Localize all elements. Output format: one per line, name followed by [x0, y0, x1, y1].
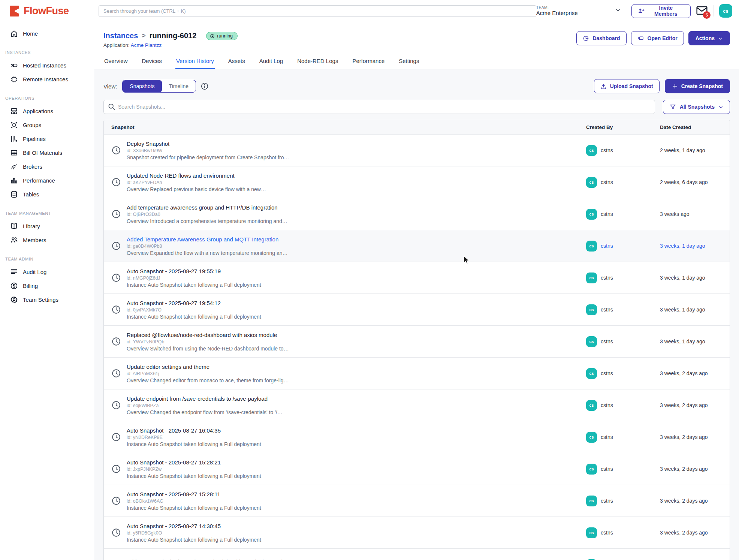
invite-members-button[interactable]: Invite Members: [631, 4, 691, 18]
table-row[interactable]: Add HTTP endpoint for saving credentials…: [104, 549, 730, 560]
tab-performance[interactable]: Performance: [352, 55, 385, 69]
snapshot-title[interactable]: Auto Snapshot - 2025-08-27 15:28:21: [127, 459, 261, 466]
open-editor-button[interactable]: Open Editor: [631, 31, 684, 45]
search-snapshots-input[interactable]: [103, 100, 655, 114]
snapshot-title[interactable]: Added Temperature Awareness Group and MQ…: [127, 236, 288, 243]
team-selector[interactable]: TEAM: Acme Enterprise: [536, 5, 621, 16]
sidebar-item-label: Remote Instances: [23, 76, 68, 82]
creator-avatar: cs: [586, 400, 597, 411]
tab-audit-log[interactable]: Audit Log: [259, 55, 284, 69]
pipelines-icon: [10, 135, 18, 143]
chevron-down-icon: [615, 7, 621, 14]
sidebar-item-home[interactable]: Home: [0, 27, 94, 40]
date-created: 3 weeks, 1 day ago: [660, 307, 730, 313]
sidebar-item-hosted-instances[interactable]: Hosted Instances: [0, 58, 94, 72]
dashboard-button[interactable]: Dashboard: [576, 31, 626, 45]
create-snapshot-label: Create Snapshot: [681, 83, 723, 89]
table-row[interactable]: Update editor settings and theme id: AlR…: [104, 358, 730, 389]
table-header-row: Snapshot Created By Date Created: [104, 120, 730, 135]
sidebar-item-bill-of-materials[interactable]: Bill Of Materials: [0, 146, 94, 160]
snapshot-title[interactable]: Deploy Snapshot: [127, 141, 289, 147]
user-avatar[interactable]: cs: [719, 4, 732, 18]
create-snapshot-button[interactable]: Create Snapshot: [665, 79, 730, 93]
snapshot-title[interactable]: Add HTTP endpoint for saving credentials…: [127, 559, 289, 560]
application-link[interactable]: Acme Plantzz: [131, 42, 162, 48]
snapshot-filter-dropdown[interactable]: All Snapshots: [663, 100, 730, 114]
snapshot-id: id: JxpPJNKPZw: [127, 467, 261, 472]
view-toggle-snapshots[interactable]: Snapshots: [123, 80, 162, 92]
sidebar-item-performance[interactable]: Performance: [0, 174, 94, 187]
table-row[interactable]: Auto Snapshot - 2025-08-27 15:28:21 id: …: [104, 453, 730, 485]
sidebar-item-remote-instances[interactable]: Remote Instances: [0, 72, 94, 86]
snapshot-title[interactable]: Update editor settings and theme: [127, 364, 289, 370]
date-created: 3 weeks, 1 day ago: [660, 275, 730, 281]
sidebar-item-audit-log[interactable]: Audit Log: [0, 265, 94, 279]
snapshot-title[interactable]: Replaced @flowfuse/node-red-dashboard wi…: [127, 332, 289, 338]
sidebar-item-brokers[interactable]: Brokers: [0, 160, 94, 174]
sidebar-item-tables[interactable]: Tables: [0, 187, 94, 201]
sidebar-item-groups[interactable]: Groups: [0, 118, 94, 132]
snapshot-description: Overview Expanded the flow with a new te…: [127, 250, 288, 256]
date-created: 3 weeks, 1 day ago: [660, 243, 730, 249]
view-toggle-timeline[interactable]: Timeline: [162, 80, 196, 92]
sidebar-item-pipelines[interactable]: Pipelines: [0, 132, 94, 146]
hosted-icon: [10, 61, 18, 69]
table-row[interactable]: Deploy Snapshot id: X3o6Bw1k9W Snapshot …: [104, 135, 730, 166]
table-row[interactable]: Added Temperature Awareness Group and MQ…: [104, 230, 730, 262]
breadcrumb-instances-link[interactable]: Instances: [103, 31, 138, 40]
tab-assets[interactable]: Assets: [227, 55, 246, 69]
clock-icon: [111, 464, 121, 474]
snapshot-description: Overview Introduced a comprehensive temp…: [127, 218, 287, 224]
table-row[interactable]: Auto Snapshot - 2025-08-27 14:30:45 id: …: [104, 517, 730, 549]
table-row[interactable]: Auto Snapshot - 2025-08-27 19:54:12 id: …: [104, 294, 730, 326]
snapshot-title[interactable]: Add temperature awareness group and HTTP…: [127, 204, 287, 211]
table-row[interactable]: Update endpoint from /save-credentials t…: [104, 389, 730, 421]
snapshot-title[interactable]: Auto Snapshot - 2025-08-27 15:28:11: [127, 491, 261, 497]
tab-node-red-logs[interactable]: Node-RED Logs: [296, 55, 339, 69]
table-row[interactable]: Updated Node-RED flows and environment i…: [104, 166, 730, 198]
notification-badge: 5: [703, 11, 711, 19]
dashboard-label: Dashboard: [592, 35, 620, 41]
table-row[interactable]: Auto Snapshot - 2025-08-27 16:04:35 id: …: [104, 421, 730, 453]
sidebar-item-label: Members: [23, 237, 46, 243]
tab-settings[interactable]: Settings: [398, 55, 420, 69]
table-row[interactable]: Auto Snapshot - 2025-08-27 19:55:19 id: …: [104, 262, 730, 294]
creator-avatar: cs: [586, 145, 597, 156]
date-created: 3 weeks, 2 days ago: [660, 402, 730, 408]
snapshot-title[interactable]: Auto Snapshot - 2025-08-27 14:30:45: [127, 523, 261, 529]
date-created: 3 weeks, 2 days ago: [660, 530, 730, 536]
snapshot-title[interactable]: Auto Snapshot - 2025-08-27 19:54:12: [127, 300, 261, 306]
column-header-date-created: Date Created: [660, 124, 730, 130]
upload-snapshot-button[interactable]: Upload Snapshot: [594, 79, 660, 93]
snapshot-id: id: y5RD5Ggk0O: [127, 530, 261, 536]
table-row[interactable]: Auto Snapshot - 2025-08-27 15:28:11 id: …: [104, 485, 730, 517]
tab-devices[interactable]: Devices: [141, 55, 163, 69]
tab-version-history[interactable]: Version History: [175, 55, 215, 69]
table-row[interactable]: Add temperature awareness group and HTTP…: [104, 198, 730, 230]
info-icon[interactable]: [200, 82, 209, 90]
snapshot-title[interactable]: Updated Node-RED flows and environment: [127, 172, 266, 179]
sidebar-item-label: Pipelines: [23, 136, 46, 142]
sidebar-item-label: Home: [23, 30, 38, 37]
clock-icon: [111, 305, 121, 314]
global-search-input[interactable]: [99, 5, 536, 17]
tab-overview[interactable]: Overview: [103, 55, 129, 69]
snapshot-title[interactable]: Auto Snapshot - 2025-08-27 19:55:19: [127, 268, 261, 274]
groups-icon: [10, 121, 18, 129]
snapshot-title[interactable]: Update endpoint from /save-credentials t…: [127, 395, 283, 402]
sidebar-item-library[interactable]: Library: [0, 219, 94, 233]
snapshot-title[interactable]: Auto Snapshot - 2025-08-27 16:04:35: [127, 427, 261, 434]
sidebar-item-applications[interactable]: Applications: [0, 104, 94, 118]
table-row[interactable]: Replaced @flowfuse/node-red-dashboard wi…: [104, 326, 730, 358]
notifications-button[interactable]: 5: [696, 5, 708, 16]
tab-bar: OverviewDevicesVersion HistoryAssetsAudi…: [103, 55, 730, 69]
sidebar-item-members[interactable]: Members: [0, 233, 94, 247]
sidebar-item-team-settings[interactable]: Team Settings: [0, 293, 94, 307]
sidebar-item-label: Billing: [23, 283, 38, 289]
actions-button[interactable]: Actions: [688, 31, 730, 45]
status-badge-label: running: [217, 33, 233, 39]
page-header: Instances > running-6012 running Applica…: [94, 22, 739, 69]
sidebar-item-billing[interactable]: Billing: [0, 279, 94, 293]
page-title: running-6012: [150, 31, 197, 40]
flowfuse-logo[interactable]: FlowFuse: [0, 5, 94, 17]
